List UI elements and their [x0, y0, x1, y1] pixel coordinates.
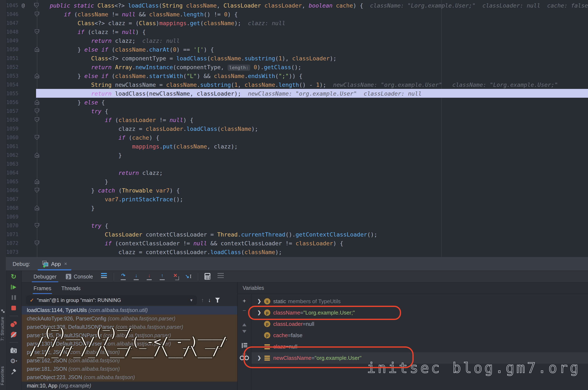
stack-frame-row[interactable]: main:10, App (org.example) — [22, 382, 237, 390]
next-frame-icon[interactable]: ↓ — [208, 297, 211, 303]
pause-icon[interactable] — [9, 294, 18, 301]
gutter-fold-column[interactable] — [29, 205, 45, 210]
view-breakpoints-icon[interactable] — [9, 320, 18, 328]
gutter-fold-column[interactable] — [29, 108, 45, 113]
pin-icon[interactable] — [9, 368, 18, 375]
gutter-fold-column[interactable] — [29, 11, 45, 17]
tool-window-structure[interactable]: 7: Structure — [0, 317, 6, 341]
code-line[interactable]: 1065 } — [6, 177, 588, 186]
tool-window-favorites[interactable]: Favorites — [0, 366, 6, 385]
variable-row[interactable]: ❯pclassName = "Lorg.example.User;" — [252, 307, 588, 318]
gutter-fold-column[interactable] — [29, 152, 45, 157]
fold-marker-icon[interactable] — [35, 152, 39, 157]
gutter-fold-column[interactable] — [29, 241, 45, 245]
code-line[interactable]: 1053 } else if (className.startsWith("L"… — [6, 71, 588, 80]
gutter-fold-column[interactable] — [29, 99, 45, 105]
code-line[interactable]: 1056 } else { — [6, 98, 588, 106]
fold-marker-icon[interactable] — [35, 188, 39, 193]
stack-frame-row[interactable]: loadClass:1144, TypeUtils (com.alibaba.f… — [22, 306, 237, 315]
code-line[interactable]: 1057 try { — [6, 106, 588, 115]
variable-row[interactable]: pclassLoader = null — [252, 318, 588, 330]
evaluate-expression-icon[interactable] — [204, 273, 211, 280]
fold-marker-icon[interactable] — [35, 99, 39, 105]
hide-frames-filter-icon[interactable] — [215, 297, 220, 302]
code-editor[interactable]: 1045@public static Class<?> loadClass(St… — [6, 0, 588, 257]
gutter-fold-column[interactable] — [29, 73, 45, 78]
expand-chevron-icon[interactable]: ❯ — [257, 355, 264, 361]
rerun-icon[interactable]: ↻ — [9, 273, 18, 280]
code-line[interactable]: 1059 clazz = classLoader.loadClass(class… — [6, 124, 588, 133]
thread-selector[interactable]: ✓ "main"@1 in group "main": RUNNING ▼ — [26, 295, 197, 305]
debug-session-tab-app[interactable]: App × — [37, 257, 72, 270]
fold-marker-icon[interactable] — [35, 29, 39, 34]
code-line[interactable]: 1070 try { — [6, 221, 588, 230]
fold-marker-icon[interactable] — [35, 179, 39, 184]
code-line[interactable]: 1063 — [6, 159, 588, 168]
fold-marker-icon[interactable] — [35, 241, 39, 245]
duplicate-list-icon[interactable] — [242, 343, 247, 348]
expand-chevron-icon[interactable]: ❯ — [257, 310, 264, 315]
variable-row[interactable]: ❯sstaticmembers of TypeUtils — [252, 296, 588, 307]
step-out-icon[interactable]: ↑ — [159, 273, 166, 280]
tab-frames[interactable]: Frames — [33, 283, 52, 294]
code-line[interactable]: 1046 if (className != null && className.… — [6, 10, 588, 18]
fold-marker-icon[interactable] — [34, 3, 39, 8]
code-line[interactable]: 1071 ClassLoader contextClassLoader = Th… — [6, 230, 588, 239]
stop-icon[interactable] — [9, 304, 18, 312]
tab-console[interactable]: ❯ Console — [64, 271, 95, 282]
tab-threads[interactable]: Threads — [61, 283, 82, 294]
drop-frame-icon[interactable]: ✕ — [172, 273, 179, 280]
fold-marker-icon[interactable] — [35, 73, 39, 78]
gutter-fold-column[interactable] — [29, 179, 45, 184]
mute-breakpoints-icon[interactable] — [9, 331, 18, 338]
code-line[interactable]: 1048 if (clazz != null) { — [6, 27, 588, 36]
show-execution-point-icon[interactable] — [101, 273, 108, 280]
code-line[interactable]: 1064 return clazz; — [6, 168, 588, 177]
close-icon[interactable]: × — [64, 261, 67, 267]
step-over-icon[interactable]: ↷ — [120, 273, 127, 280]
code-line[interactable]: 1072 if (contextClassLoader != null && c… — [6, 239, 588, 247]
fold-marker-icon[interactable] — [35, 135, 39, 140]
code-line[interactable]: 1052 return Array.newInstance(componentT… — [6, 62, 588, 71]
gutter-fold-column[interactable] — [29, 223, 45, 228]
variable-row[interactable]: pcache = false — [252, 330, 588, 341]
trace-stream-icon[interactable] — [217, 273, 224, 280]
move-down-icon[interactable] — [242, 330, 247, 333]
move-up-icon[interactable] — [242, 323, 247, 326]
gutter-fold-column[interactable] — [28, 3, 45, 8]
thread-dump-camera-icon[interactable] — [9, 347, 18, 354]
code-line[interactable]: 1061 mappings.put(className, clazz); — [6, 142, 588, 150]
fold-marker-icon[interactable] — [35, 117, 39, 122]
code-line[interactable]: 1049 return clazz; clazz: null — [6, 36, 588, 45]
expand-chevron-icon[interactable]: ❯ — [257, 298, 264, 304]
fold-marker-icon[interactable] — [35, 223, 39, 228]
step-into-icon[interactable]: ↓ — [133, 273, 140, 280]
resume-icon[interactable] — [9, 284, 18, 291]
code-line[interactable]: 1045@public static Class<?> loadClass(St… — [6, 1, 588, 10]
code-line[interactable]: 1051 Class<?> componentType = loadClass(… — [6, 54, 588, 62]
fold-marker-icon[interactable] — [35, 11, 39, 17]
code-line[interactable]: 1068 } — [6, 203, 588, 212]
code-line[interactable]: 1047 Class<?> clazz = (Class)mappings.ge… — [6, 18, 588, 27]
tab-debugger[interactable]: Debugger — [32, 271, 58, 282]
remove-watch-icon[interactable]: − — [243, 307, 246, 313]
code-line[interactable]: 1050 } else if (className.charAt(0) == '… — [6, 45, 588, 54]
code-line[interactable]: 1073 clazz = contextClassLoader.loadClas… — [6, 247, 588, 256]
fold-marker-icon[interactable] — [35, 205, 39, 210]
gutter-fold-column[interactable] — [29, 188, 45, 193]
fold-marker-icon[interactable] — [35, 47, 39, 52]
code-line[interactable]: 1060 if (cache) { — [6, 133, 588, 142]
add-watch-icon[interactable]: + — [243, 298, 246, 304]
stack-frame-row[interactable]: parseObject:223, JSON (com.alibaba.fastj… — [22, 373, 237, 382]
settings-gear-icon[interactable]: ⚙ — [9, 357, 18, 364]
code-line[interactable]: 1067 var7.printStackTrace(); — [6, 195, 588, 203]
stack-frame-row[interactable]: parse:181, JSON (com.alibaba.fastjson) — [22, 365, 237, 373]
code-line[interactable]: 1062 } — [6, 150, 588, 159]
variable-row[interactable]: clazz = null — [252, 341, 588, 352]
gutter-fold-column[interactable] — [29, 117, 45, 122]
execution-line[interactable]: 1055 return loadClass(newClassName, clas… — [6, 89, 588, 98]
code-line[interactable]: 1066 } catch (Throwable var7) { — [6, 186, 588, 195]
gutter-fold-column[interactable] — [29, 135, 45, 140]
code-line[interactable]: 1069 — [6, 212, 588, 221]
code-line[interactable]: 1054 String newClassName = className.sub… — [6, 80, 588, 89]
